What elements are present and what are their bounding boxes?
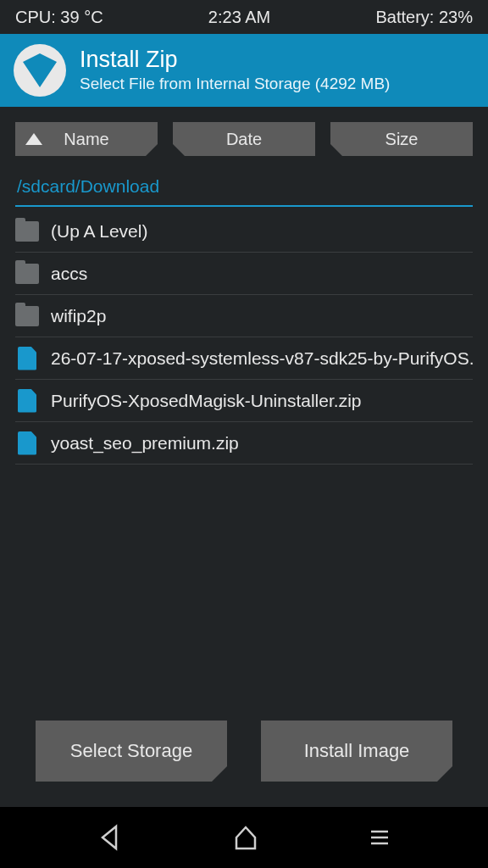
bottom-buttons: Select Storage Install Image — [15, 704, 473, 807]
sort-name-button[interactable]: Name — [15, 122, 158, 156]
select-storage-button[interactable]: Select Storage — [36, 721, 227, 782]
folder-icon — [15, 221, 39, 242]
install-image-button[interactable]: Install Image — [261, 721, 452, 782]
app-header: Install Zip Select File from Internal St… — [0, 34, 488, 107]
status-bar: CPU: 39 °C 2:23 AM Battery: 23% — [0, 0, 488, 34]
sort-row: Name Date Size — [15, 122, 473, 156]
file-name: (Up A Level) — [51, 221, 147, 242]
sort-asc-icon — [25, 133, 42, 145]
list-item-file[interactable]: PurifyOS-XposedMagisk-Uninstaller.zip — [15, 380, 473, 422]
file-icon — [18, 347, 36, 370]
sort-date-button[interactable]: Date — [173, 122, 315, 156]
nav-bar — [0, 807, 488, 868]
list-item-up[interactable]: (Up A Level) — [15, 210, 473, 253]
list-item-folder[interactable]: accs — [15, 253, 473, 295]
file-icon — [18, 431, 36, 455]
file-name: wifip2p — [51, 306, 106, 326]
file-list[interactable]: (Up A Level) accs wifip2p 26-07-17-xpose… — [15, 210, 473, 704]
file-name: yoast_seo_premium.zip — [51, 433, 239, 453]
menu-icon[interactable] — [367, 825, 392, 850]
sort-date-label: Date — [226, 130, 262, 149]
sort-size-button[interactable]: Size — [330, 122, 473, 156]
file-name: accs — [51, 264, 87, 284]
cpu-temp: CPU: 39 °C — [15, 8, 103, 27]
current-path[interactable]: /sdcard/Download — [15, 171, 473, 207]
page-subtitle: Select File from Internal Storage (4292 … — [80, 75, 390, 93]
home-icon[interactable] — [231, 823, 260, 852]
file-icon — [18, 389, 36, 413]
clock: 2:23 AM — [208, 8, 270, 27]
list-item-folder[interactable]: wifip2p — [15, 295, 473, 337]
back-icon[interactable] — [96, 823, 125, 852]
folder-icon — [15, 306, 39, 326]
list-item-file[interactable]: yoast_seo_premium.zip — [15, 422, 473, 465]
file-name: 26-07-17-xposed-systemless-v87-sdk25-by-… — [51, 348, 473, 369]
page-title: Install Zip — [80, 47, 390, 73]
file-name: PurifyOS-XposedMagisk-Uninstaller.zip — [51, 391, 361, 411]
battery-level: Battery: 23% — [375, 8, 473, 27]
select-storage-label: Select Storage — [70, 740, 192, 762]
list-item-file[interactable]: 26-07-17-xposed-systemless-v87-sdk25-by-… — [15, 337, 473, 380]
sort-size-label: Size — [385, 130, 419, 149]
sort-name-label: Name — [64, 130, 108, 149]
twrp-logo — [14, 44, 66, 97]
install-image-label: Install Image — [304, 740, 410, 762]
main-content: Name Date Size /sdcard/Download (Up A Le… — [0, 107, 488, 807]
folder-icon — [15, 264, 39, 284]
